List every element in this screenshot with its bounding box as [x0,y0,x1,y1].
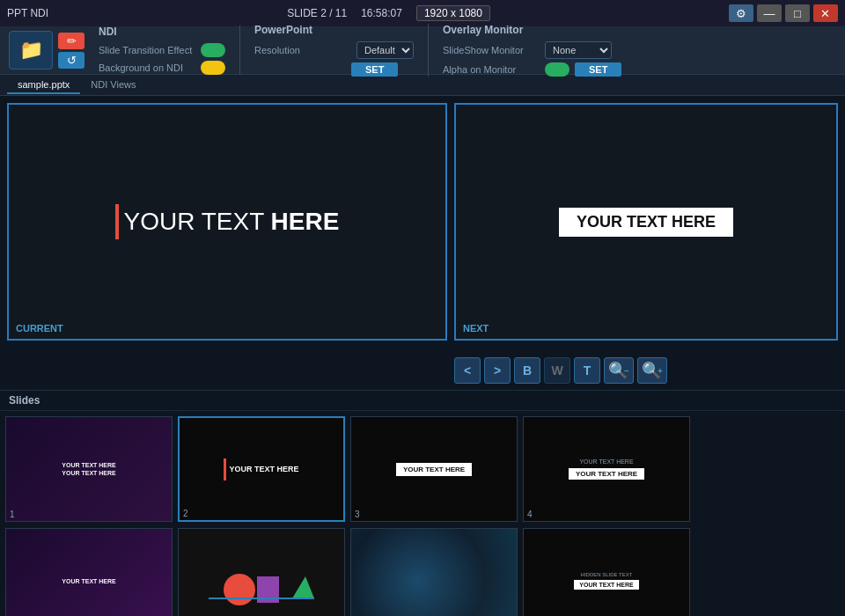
next-slide-content: YOUR TEXT HERE [559,208,733,237]
tab-ndi-views[interactable]: NDI Views [80,77,146,94]
shapes-svg [209,546,314,616]
next-slide-button[interactable]: > [484,357,511,384]
text-button[interactable]: T [574,357,600,384]
black-button[interactable]: B [514,357,540,384]
alpha-monitor-toggle[interactable] [545,62,569,77]
slide-num-1: 1 [10,510,15,519]
resolution-select[interactable]: Default 720p 1080p 4K [356,41,414,59]
background-ndi-toggle[interactable] [201,61,225,75]
open-file-button[interactable]: 📁 [9,31,53,70]
powerpoint-set-button[interactable]: SET [351,62,398,77]
views-area: YOUR TEXT HERE CURRENT YOUR TEXT HERE NE… [0,96,845,351]
slide-counter: SLIDE 2 / 11 [287,7,347,19]
background-ndi-label: Background on NDI [99,62,195,73]
slideshow-monitor-row: SlideShow Monitor None Monitor 1 Monitor… [443,41,621,59]
thumb3-content: YOUR TEXT HERE [351,417,517,521]
file-controls: 📁 ✏ ↺ [9,31,84,70]
app-title: PPT NDI [7,7,48,19]
resolution-display: 1920 x 1080 [416,5,490,21]
svg-marker-2 [292,576,314,598]
zoom-out-button[interactable]: 🔍 − [604,357,634,384]
resolution-label: Resolution [254,45,351,55]
time-display: 16:58:07 [361,7,402,19]
thumb8-content: HIDDEN SLIDE TEXT YOUR TEXT HERE [524,529,689,616]
slides-grid: YOUR TEXT HERE YOUR TEXT HERE 1 YOUR TEX… [0,411,845,616]
tabs-area: sample.pptx NDI Views [0,75,845,96]
ppt-set-row: SET [254,62,414,77]
zoom-in-button[interactable]: 🔍 + [637,357,667,384]
tab-file[interactable]: sample.pptx [7,77,80,94]
edit-reload-buttons: ✏ ↺ [58,33,84,69]
settings-button[interactable]: ⚙ [729,4,753,22]
current-slide-text: YOUR TEXT HERE [124,208,340,236]
thumb2-red-bar [224,458,226,480]
overlay-title: Overlay Monitor [443,24,621,36]
powerpoint-title: PowerPoint [254,24,414,36]
next-slide-view: YOUR TEXT HERE NEXT [454,103,838,341]
ndi-title: NDI [99,26,225,38]
alpha-monitor-label: Alpha on Monitor [443,64,540,75]
slide-thumb-1[interactable]: YOUR TEXT HERE YOUR TEXT HERE 1 [5,416,173,522]
background-ndi-row: Background on NDI [99,61,225,75]
slide-thumb-7[interactable]: 7 [350,528,518,616]
close-button[interactable]: ✕ [813,4,838,22]
slide-num-2: 2 [183,509,188,518]
slide-transition-toggle[interactable] [201,43,225,57]
controls-row: < > B W T 🔍 − 🔍 + [0,351,845,390]
slide-thumb-4[interactable]: YOUR TEXT HERE YOUR TEXT HERE 4 [523,416,690,522]
prev-slide-button[interactable]: < [454,357,481,384]
slide-thumb-3[interactable]: YOUR TEXT HERE 3 [350,416,518,522]
folder-icon: 📁 [19,39,43,62]
slide-num-4: 4 [527,510,533,519]
svg-point-0 [224,574,255,605]
slideshow-monitor-label: SlideShow Monitor [443,45,540,55]
toolbar: 📁 ✏ ↺ NDI Slide Transition Effect Backgr… [0,26,845,75]
thumb5-content: YOUR TEXT HERE [6,529,172,616]
red-bar-decoration [115,204,119,239]
slide-thumb-5[interactable]: YOUR TEXT HERE 5 [5,528,173,616]
current-slide-view: YOUR TEXT HERE CURRENT [7,103,447,341]
main-content: YOUR TEXT HERE CURRENT YOUR TEXT HERE NE… [0,96,845,616]
alpha-monitor-row: Alpha on Monitor SET [443,62,621,77]
current-slide-content: YOUR TEXT HERE [115,204,340,239]
slide-thumb-6[interactable]: 6 [178,528,345,616]
current-label: CURRENT [16,323,63,334]
slide-num-3: 3 [355,510,360,519]
slide-thumb-8[interactable]: HIDDEN SLIDE TEXT YOUR TEXT HERE 8 [523,528,690,616]
slide-transition-row: Slide Transition Effect [99,43,225,57]
thumb3-text: YOUR TEXT HERE [396,463,472,476]
slide-thumb-2[interactable]: YOUR TEXT HERE 2 [178,416,345,522]
thumb2-text: YOUR TEXT HERE [229,465,298,473]
maximize-button[interactable]: □ [785,4,810,22]
overlay-set-button[interactable]: SET [575,62,621,77]
reload-button[interactable]: ↺ [58,52,84,69]
zoom-out-minus: − [624,366,629,376]
powerpoint-section: PowerPoint Resolution Default 720p 1080p… [254,24,429,77]
titlebar-controls: ⚙ — □ ✕ [729,4,838,22]
zoom-in-plus: + [658,366,663,376]
titlebar-center: SLIDE 2 / 11 16:58:07 1920 x 1080 [287,5,490,21]
minimize-button[interactable]: — [757,4,782,22]
thumb6-content [179,529,344,616]
thumb4-content: YOUR TEXT HERE YOUR TEXT HERE [524,417,689,521]
resolution-row: Resolution Default 720p 1080p 4K [254,41,414,59]
slide-transition-label: Slide Transition Effect [99,45,195,55]
monitor-select[interactable]: None Monitor 1 Monitor 2 [545,41,612,59]
ndi-section: NDI Slide Transition Effect Background o… [99,26,240,75]
slides-panel: Slides YOUR TEXT HERE YOUR TEXT HERE 1 Y… [0,390,845,616]
thumb2-content: YOUR TEXT HERE [180,418,343,520]
white-button[interactable]: W [544,357,570,384]
edit-button[interactable]: ✏ [58,33,84,49]
next-label: NEXT [463,323,489,334]
titlebar: PPT NDI SLIDE 2 / 11 16:58:07 1920 x 108… [0,0,845,26]
overlay-section: Overlay Monitor SlideShow Monitor None M… [443,24,636,77]
thumb7-content [351,529,517,616]
slides-header: Slides [0,391,845,411]
thumb1-content: YOUR TEXT HERE YOUR TEXT HERE [55,455,122,483]
next-slide-text: YOUR TEXT HERE [559,208,733,237]
